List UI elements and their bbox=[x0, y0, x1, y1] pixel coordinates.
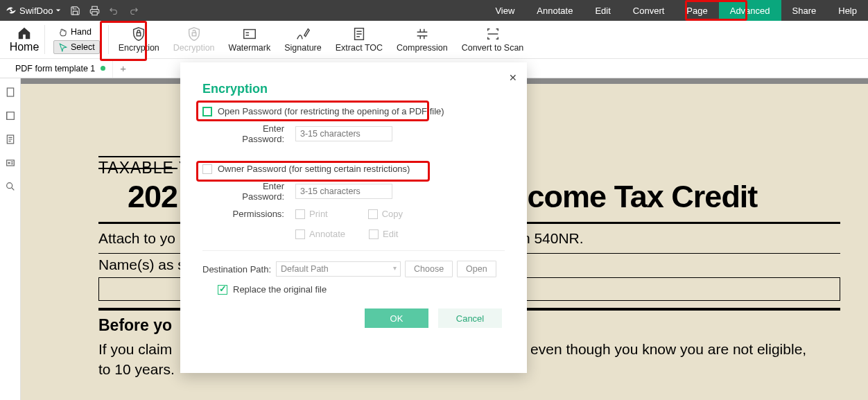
scan-icon bbox=[485, 26, 501, 42]
svg-rect-0 bbox=[92, 11, 98, 15]
menu-annotate[interactable]: Annotate bbox=[526, 0, 584, 21]
svg-rect-3 bbox=[244, 30, 256, 39]
app-logo: SwifDoo bbox=[6, 5, 61, 16]
hand-tool[interactable]: Hand bbox=[53, 25, 100, 39]
print-icon[interactable] bbox=[89, 5, 100, 16]
thumbnails-icon[interactable] bbox=[5, 87, 16, 98]
perm-copy[interactable]: Copy bbox=[368, 209, 403, 219]
menu-advanced[interactable]: Advanced bbox=[719, 0, 781, 21]
menu-share[interactable]: Share bbox=[781, 0, 828, 21]
svg-rect-1 bbox=[137, 33, 141, 36]
choose-button[interactable]: Choose bbox=[405, 261, 453, 277]
cursor-icon bbox=[58, 42, 68, 52]
ribbon: Home Hand Select Encryption Decryption W… bbox=[0, 21, 868, 59]
shield-unlock-icon bbox=[186, 26, 202, 42]
svg-rect-8 bbox=[6, 160, 14, 166]
dest-path-label: Destination Path: bbox=[202, 264, 272, 275]
compress-icon bbox=[415, 26, 430, 42]
bookmarks-icon[interactable] bbox=[5, 110, 16, 121]
svg-rect-2 bbox=[192, 33, 196, 36]
encryption-dialog: ✕ Encryption Open Password (for restrict… bbox=[180, 62, 527, 373]
menu-help[interactable]: Help bbox=[827, 0, 868, 21]
save-icon[interactable] bbox=[69, 5, 80, 16]
document-tab[interactable]: PDF form template 1 bbox=[8, 59, 113, 78]
hand-icon bbox=[58, 27, 68, 37]
ribbon-convert-scan[interactable]: Convert to Scan bbox=[455, 21, 531, 58]
replace-original-checkbox[interactable] bbox=[218, 285, 227, 295]
document-tab-label: PDF form template 1 bbox=[15, 64, 95, 73]
perm-print[interactable]: Print bbox=[295, 209, 328, 219]
watermark-icon bbox=[242, 26, 257, 42]
ribbon-watermark[interactable]: Watermark bbox=[222, 21, 278, 58]
cancel-button[interactable]: Cancel bbox=[438, 308, 502, 328]
ok-button[interactable]: OK bbox=[365, 308, 428, 328]
menu-convert[interactable]: Convert bbox=[622, 0, 676, 21]
list-icon[interactable] bbox=[5, 134, 16, 145]
form-icon[interactable] bbox=[5, 157, 16, 168]
svg-rect-6 bbox=[6, 112, 14, 120]
ribbon-signature[interactable]: Signature bbox=[277, 21, 329, 58]
redo-icon[interactable] bbox=[128, 5, 139, 16]
topbar: SwifDoo View Annotate Edit Convert Page … bbox=[0, 0, 868, 21]
ribbon-extract-toc[interactable]: Extract TOC bbox=[329, 21, 390, 58]
enter-password-label: Enter Password: bbox=[220, 123, 284, 144]
dest-path-select[interactable] bbox=[276, 261, 401, 277]
signature-icon bbox=[295, 26, 311, 42]
chevron-down-icon[interactable] bbox=[55, 8, 61, 13]
ribbon-compression[interactable]: Compression bbox=[390, 21, 455, 58]
add-tab-button[interactable]: + bbox=[113, 62, 133, 74]
dialog-title: Encryption bbox=[202, 82, 505, 96]
menu-view[interactable]: View bbox=[484, 0, 526, 21]
permissions-label: Permissions: bbox=[220, 209, 284, 219]
open-password-input[interactable] bbox=[295, 126, 392, 141]
select-tool[interactable]: Select bbox=[53, 40, 100, 54]
enter-password-label-2: Enter Password: bbox=[220, 181, 284, 202]
menu-page[interactable]: Page bbox=[675, 0, 718, 21]
open-password-checkbox[interactable] bbox=[202, 107, 212, 116]
svg-rect-5 bbox=[7, 88, 13, 96]
ribbon-encryption[interactable]: Encryption bbox=[112, 21, 166, 58]
perm-annotate[interactable]: Annotate bbox=[295, 229, 345, 239]
app-name: SwifDoo bbox=[19, 6, 53, 16]
owner-password-option[interactable]: Owner Password (for setting certain rest… bbox=[202, 164, 505, 174]
chevron-down-icon[interactable]: ▾ bbox=[393, 264, 397, 272]
menu-edit[interactable]: Edit bbox=[584, 0, 621, 21]
perm-edit[interactable]: Edit bbox=[369, 229, 398, 239]
owner-password-input[interactable] bbox=[295, 184, 392, 199]
owner-password-checkbox[interactable] bbox=[202, 164, 212, 174]
svg-point-10 bbox=[6, 183, 12, 189]
shield-lock-icon bbox=[131, 26, 146, 42]
ribbon-home[interactable]: Home bbox=[7, 21, 42, 58]
ribbon-decryption[interactable]: Decryption bbox=[166, 21, 222, 58]
unsaved-dot-icon bbox=[101, 66, 105, 71]
svg-point-9 bbox=[8, 162, 10, 164]
open-button[interactable]: Open bbox=[457, 261, 496, 277]
home-icon bbox=[17, 26, 32, 41]
left-toolbar bbox=[0, 78, 21, 400]
search-icon[interactable] bbox=[5, 181, 16, 192]
open-password-option[interactable]: Open Password (for restricting the openi… bbox=[202, 106, 505, 116]
close-icon[interactable]: ✕ bbox=[509, 72, 517, 83]
undo-icon[interactable] bbox=[108, 5, 119, 16]
toc-icon bbox=[351, 26, 367, 42]
